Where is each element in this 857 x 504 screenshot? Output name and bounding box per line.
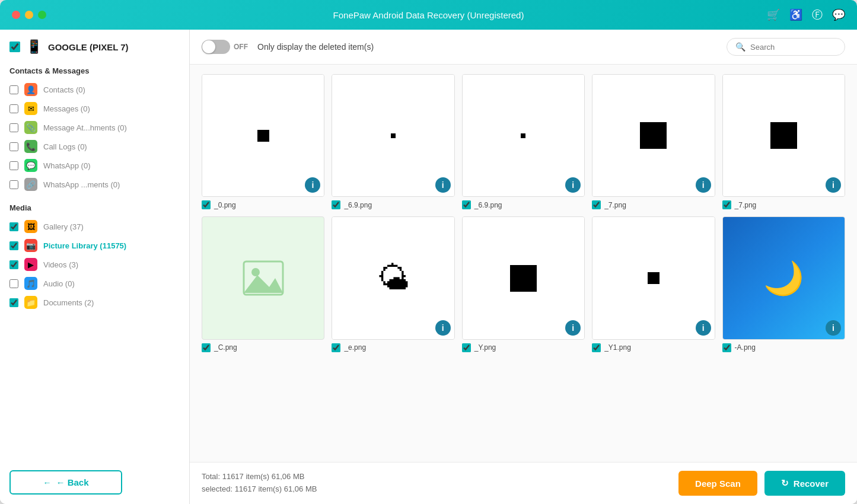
gallery-label: Gallery (37) — [43, 222, 84, 231]
back-arrow-icon: ← — [43, 478, 51, 487]
sidebar-item-videos[interactable]: ▶ Videos (3) — [9, 255, 180, 274]
thumb-content-7 — [463, 217, 584, 339]
picturelib-checkbox[interactable] — [9, 241, 18, 250]
gallery-checkbox[interactable] — [9, 222, 18, 231]
thumb-2[interactable]: i — [462, 74, 585, 197]
item-label-1: _6.9.png — [332, 200, 454, 209]
sidebar-item-msgattach[interactable]: 📎 Message At...hments (0) — [9, 118, 180, 137]
thumb-0[interactable]: i — [202, 74, 324, 197]
sidebar-item-messages[interactable]: ✉ Messages (0) — [9, 99, 180, 118]
item-label-8: _Y1.png — [592, 343, 715, 352]
item-label-0: _0.png — [202, 200, 324, 209]
thumb-8[interactable]: i — [592, 216, 715, 339]
thumb-6[interactable]: 🌤 i — [332, 216, 454, 339]
videos-checkbox[interactable] — [9, 260, 18, 269]
item-checkbox-8[interactable] — [592, 343, 601, 352]
gallery-item-8: i _Y1.png — [592, 216, 715, 352]
facebook-icon[interactable]: Ⓕ — [812, 8, 823, 22]
device-checkbox[interactable] — [9, 42, 20, 52]
thumb-content-3 — [592, 75, 714, 196]
black-square-small-0 — [257, 130, 269, 142]
item-checkbox-0[interactable] — [202, 200, 211, 209]
gallery-item-1: i _6.9.png — [332, 74, 454, 209]
sidebar-item-documents[interactable]: 📁 Documents (2) — [9, 293, 180, 312]
chat-icon[interactable]: 💬 — [832, 8, 845, 21]
item-label-2: _6.9.png — [462, 200, 585, 209]
picturelib-icon: 📷 — [24, 239, 37, 252]
gallery-item-0: i _0.png — [202, 74, 324, 209]
sidebar-item-calllogs[interactable]: 📞 Call Logs (0) — [9, 137, 180, 156]
black-square-tiny-1 — [391, 133, 396, 138]
info-badge-6[interactable]: i — [435, 320, 451, 336]
gallery-item-5: _C.png — [202, 216, 324, 352]
toggle-description: Only display the deleted item(s) — [257, 42, 374, 52]
sidebar: 📱 GOOGLE (PIXEL 7) Contacts & Messages 👤… — [0, 30, 190, 504]
recover-icon: ↻ — [781, 478, 789, 489]
cart-icon[interactable]: 🛒 — [767, 8, 780, 21]
close-button[interactable] — [12, 11, 20, 19]
thumb-3[interactable]: i — [592, 74, 715, 197]
search-box[interactable]: 🔍 — [727, 38, 845, 56]
sidebar-item-audio[interactable]: 🎵 Audio (0) — [9, 274, 180, 293]
messages-checkbox[interactable] — [9, 104, 18, 113]
sidebar-item-gallery[interactable]: 🖼 Gallery (37) — [9, 217, 180, 236]
info-badge-3[interactable]: i — [696, 177, 711, 193]
sidebar-item-whatsappments[interactable]: 🔗 WhatsApp ...ments (0) — [9, 175, 180, 194]
picturelib-label: Picture Library (11575) — [43, 241, 126, 250]
total-label: Total: 11617 item(s) 61,06 MB — [202, 471, 317, 483]
item-checkbox-2[interactable] — [462, 200, 471, 209]
thumb-4[interactable]: i — [722, 74, 845, 197]
item-checkbox-1[interactable] — [332, 200, 340, 209]
calllogs-checkbox[interactable] — [9, 142, 18, 151]
audio-checkbox[interactable] — [9, 279, 18, 288]
item-label-7: _Y.png — [462, 343, 585, 352]
whatsapp-checkbox[interactable] — [9, 161, 18, 170]
sidebar-item-picturelib[interactable]: 📷 Picture Library (11575) — [9, 236, 180, 255]
documents-icon: 📁 — [24, 296, 37, 309]
back-button[interactable]: ← ← Back — [9, 470, 122, 495]
msgattach-checkbox[interactable] — [9, 123, 18, 132]
item-checkbox-6[interactable] — [332, 343, 340, 352]
documents-checkbox[interactable] — [9, 298, 18, 307]
item-checkbox-3[interactable] — [592, 200, 601, 209]
toggle-switch[interactable]: OFF — [202, 40, 248, 54]
contacts-checkbox[interactable] — [9, 85, 18, 94]
deep-scan-button[interactable]: Deep Scan — [678, 471, 757, 496]
gallery-item-2: i _6.9.png — [462, 74, 585, 209]
item-checkbox-5[interactable] — [202, 343, 211, 352]
item-name-6: _e.png — [344, 343, 366, 352]
thumb-1[interactable]: i — [332, 74, 454, 197]
info-badge-7[interactable]: i — [565, 320, 581, 336]
contacts-icon: 👤 — [24, 83, 37, 96]
app-title: FonePaw Android Data Recovery (Unregiste… — [333, 10, 524, 20]
thumb-9[interactable]: 🌙 i — [722, 216, 845, 339]
whatsappments-checkbox[interactable] — [9, 180, 18, 189]
item-checkbox-4[interactable] — [722, 200, 731, 209]
item-checkbox-7[interactable] — [462, 343, 471, 352]
bottom-buttons: Deep Scan ↻ Recover — [678, 471, 845, 496]
thumb-7[interactable]: i — [462, 216, 585, 339]
item-checkbox-9[interactable] — [722, 343, 731, 352]
minimize-button[interactable] — [25, 11, 33, 19]
accessibility-icon[interactable]: ♿ — [789, 8, 802, 21]
info-badge-8[interactable]: i — [696, 320, 711, 336]
sidebar-item-whatsapp[interactable]: 💬 WhatsApp (0) — [9, 156, 180, 175]
item-name-2: _6.9.png — [474, 201, 502, 209]
videos-icon: ▶ — [24, 258, 37, 271]
search-input[interactable] — [750, 43, 839, 52]
sidebar-item-contacts[interactable]: 👤 Contacts (0) — [9, 80, 180, 99]
gallery-grid: i _0.png i — [202, 74, 845, 352]
gallery-item-3: i _7.png — [592, 74, 715, 209]
toggle-track[interactable] — [202, 40, 230, 54]
maximize-button[interactable] — [38, 11, 46, 19]
toggle-off-label: OFF — [234, 43, 248, 51]
info-badge-9[interactable]: i — [826, 320, 841, 336]
contacts-label: Contacts (0) — [43, 85, 85, 94]
recover-button[interactable]: ↻ Recover — [764, 471, 845, 496]
item-name-0: _0.png — [214, 201, 236, 209]
thumb-content-5 — [202, 217, 324, 339]
thumb-content-9: 🌙 — [723, 217, 845, 339]
svg-marker-2 — [244, 275, 283, 293]
calllogs-icon: 📞 — [24, 140, 37, 153]
thumb-5[interactable] — [202, 216, 324, 339]
